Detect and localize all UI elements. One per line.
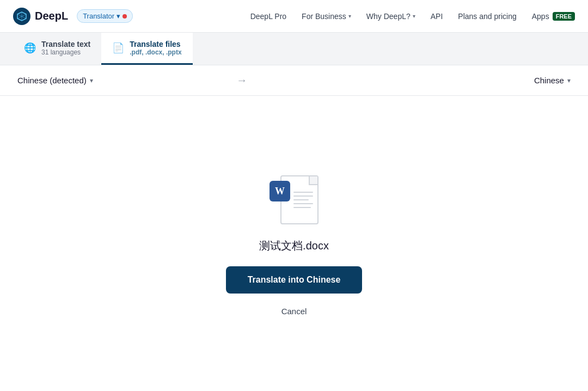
document-icon: W (270, 171, 318, 225)
nav-api[interactable]: API (431, 12, 443, 21)
source-language-label: Chinese (detected) (17, 76, 87, 85)
logo-text: DeepL (35, 10, 68, 22)
tab-files-title: Translate files (130, 40, 181, 48)
nav-plans-pricing[interactable]: Plans and pricing (458, 12, 516, 21)
translator-badge[interactable]: Translator ▾ (77, 9, 133, 23)
language-arrow-icon: → (236, 74, 247, 87)
main-content: W 测试文档.docx Translate into Chinese Cance… (0, 96, 588, 391)
doc-lines (293, 192, 313, 208)
word-badge: W (270, 181, 290, 201)
tabs-bar: 🌐 Translate text 31 languages 📄 Translat… (0, 33, 588, 65)
doc-line-2 (293, 196, 313, 197)
tab-text-subtitle: 31 languages (41, 48, 90, 56)
cancel-link[interactable]: Cancel (281, 307, 307, 316)
doc-line-1 (293, 192, 313, 193)
language-bar: Chinese (detected) ▾ → Chinese ▾ (0, 65, 588, 96)
main-nav: DeepL Pro For Business ▾ Why DeepL? ▾ AP… (250, 12, 575, 21)
source-lang-chevron-icon: ▾ (90, 77, 93, 84)
target-lang-chevron-icon: ▾ (567, 77, 571, 84)
source-language-selector[interactable]: Chinese (detected) ▾ (17, 76, 93, 85)
tab-translate-text[interactable]: 🌐 Translate text 31 languages (13, 33, 101, 65)
tab-text-title: Translate text (41, 40, 90, 48)
free-badge: FREE (553, 12, 575, 21)
translator-label: Translator (83, 12, 114, 20)
why-deepl-chevron-icon: ▾ (413, 13, 415, 19)
doc-line-3 (293, 199, 309, 200)
nav-why-deepl[interactable]: Why DeepL? ▾ (366, 12, 415, 21)
file-icon: 📄 (112, 42, 124, 54)
tab-files-subtitle: .pdf, .docx, .pptx (130, 48, 181, 56)
nav-deepl-pro[interactable]: DeepL Pro (250, 12, 286, 21)
globe-icon: 🌐 (24, 42, 36, 54)
filename-label: 测试文档.docx (259, 239, 329, 253)
deepl-logo-icon (13, 8, 30, 25)
doc-line-5 (293, 207, 311, 208)
target-language-label: Chinese (534, 76, 564, 85)
translator-chevron-icon: ▾ (117, 12, 120, 20)
target-language-selector[interactable]: Chinese ▾ (534, 76, 571, 85)
tab-translate-files[interactable]: 📄 Translate files .pdf, .docx, .pptx (101, 33, 192, 65)
header: DeepL Translator ▾ DeepL Pro For Busines… (0, 0, 588, 33)
status-dot (122, 14, 127, 19)
nav-apps[interactable]: Apps FREE (532, 12, 575, 21)
nav-for-business[interactable]: For Business ▾ (302, 12, 351, 21)
for-business-chevron-icon: ▾ (348, 13, 351, 19)
translate-button[interactable]: Translate into Chinese (226, 266, 363, 294)
logo-area: DeepL (13, 8, 68, 25)
doc-line-4 (293, 203, 313, 204)
